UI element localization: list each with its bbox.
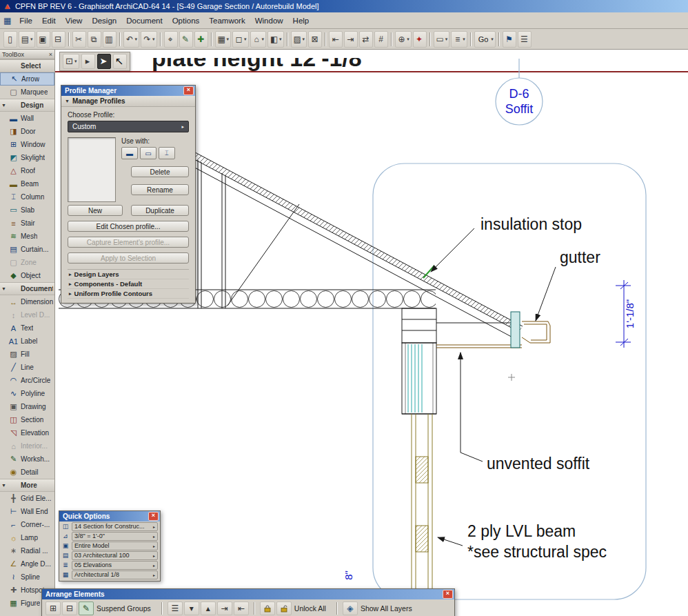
toolbox-item[interactable]: ☼ Lamp (0, 531, 54, 544)
toolbox-item[interactable]: ⌶ Column (0, 190, 54, 203)
suspend-groups-toggle[interactable]: ✎ (79, 602, 94, 615)
use-with-toggle[interactable]: ▬ (121, 147, 138, 159)
mini-toolbar-button[interactable]: ▸ (81, 54, 95, 69)
toolbox-item[interactable]: ◆ Object (0, 269, 54, 282)
toolbox-item[interactable]: ◩ Skylight (0, 151, 54, 164)
toolbar-button[interactable] (287, 32, 288, 46)
toolbox-item[interactable]: △ Roof (0, 164, 54, 177)
toolbar-button[interactable]: ↷▾ (141, 31, 157, 48)
order-tool-button[interactable]: ▾ (184, 602, 199, 615)
toolbar-button[interactable]: ⊠ (308, 31, 322, 48)
toolbar-button[interactable]: ▥ (103, 31, 117, 48)
order-tool-button[interactable]: ▴ (201, 602, 216, 615)
toolbar-button[interactable]: ✂ (72, 31, 86, 48)
menu-item[interactable]: Help (288, 14, 314, 27)
lock-button[interactable] (260, 602, 275, 615)
menu-item[interactable]: Design (87, 14, 121, 27)
mini-toolbar-button[interactable]: ➤ (97, 54, 111, 69)
toolbox-item[interactable]: ⌂ Interior... (0, 439, 54, 453)
toolbar-button[interactable] (211, 32, 212, 46)
capture-profile-button[interactable]: Capture Element's profile... (68, 237, 189, 248)
toolbar-button[interactable]: ✦ (413, 31, 427, 48)
toolbar-button[interactable] (391, 32, 392, 46)
group-tool-button[interactable]: ⊞ (45, 602, 61, 615)
toolbar-button[interactable] (429, 32, 431, 46)
toolbox-item[interactable]: ≋ Mesh (0, 230, 54, 243)
toolbox-item[interactable]: ≡ Stair (0, 217, 54, 230)
toolbar-button[interactable] (68, 32, 70, 46)
profile-select[interactable]: Custom ▸ (68, 121, 189, 132)
toolbox-item[interactable]: ▼ Design (0, 99, 54, 112)
toolbar-button[interactable]: ▣ (37, 31, 50, 48)
toolbox-item[interactable]: ▬ Wall (0, 112, 54, 125)
toolbar-button[interactable]: ⊕▾ (395, 31, 412, 48)
toolbox-item[interactable]: ▤ Curtain... (0, 243, 54, 256)
option-dropdown[interactable]: 14 Section for Construc... ▸ (72, 522, 158, 531)
toolbox-item[interactable]: ▼ Document (0, 282, 54, 295)
option-dropdown[interactable]: 05 Elevations ▸ (72, 561, 158, 570)
unlock-all-label[interactable]: Unlock All (294, 604, 326, 613)
option-dropdown[interactable]: 3/8" = 1'-0" ▸ (72, 532, 158, 541)
order-tool-button[interactable]: ☰ (168, 602, 183, 615)
toolbox-item[interactable]: ◫ Section (0, 413, 54, 426)
toolbar-button[interactable] (470, 32, 472, 46)
toolbox-item[interactable]: ◠ Arc/Circle (0, 374, 54, 387)
show-all-layers-button[interactable]: ◈ (343, 602, 358, 615)
use-with-toggle[interactable]: ⌶ (159, 147, 175, 159)
order-tool-button[interactable]: ⇤ (234, 602, 249, 615)
toolbox-item[interactable]: ▬ Beam (0, 177, 54, 190)
toolbox-item[interactable]: ⊢ Wall End (0, 505, 54, 518)
menu-item[interactable]: Teamwork (204, 14, 250, 27)
delete-button[interactable]: Delete (131, 166, 189, 177)
order-tool-button[interactable]: ⇥ (217, 602, 232, 615)
toolbox-item[interactable]: Select (0, 59, 54, 72)
toolbar-button[interactable]: ◻▾ (232, 31, 249, 48)
option-dropdown[interactable]: 03 Architectural 100 ▸ (72, 551, 158, 560)
toolbar-button[interactable]: ⇥ (344, 31, 358, 48)
group-tool-button[interactable]: ⊟ (62, 602, 77, 615)
toolbar-button[interactable]: ◧▾ (267, 31, 284, 48)
expander-row[interactable]: ▸ Design Layers (68, 270, 189, 279)
toolbox-item[interactable]: ╱ Line (0, 361, 54, 374)
show-all-layers-label[interactable]: Show All Layers (361, 604, 412, 613)
toolbox-item[interactable]: ∗ Radial ... (0, 544, 54, 557)
toolbar-button[interactable] (160, 32, 161, 46)
toolbox-item[interactable]: ◹ Elevation (0, 426, 54, 439)
mini-toolbar-button[interactable]: ⊡▾ (63, 54, 79, 69)
rename-button[interactable]: Rename (131, 184, 189, 195)
toolbar-button[interactable]: ⌂▾ (250, 31, 267, 48)
toolbar-button[interactable] (498, 32, 500, 46)
arrange-elements-titlebar[interactable]: Arrange Elements × (42, 589, 454, 599)
toolbox-item[interactable]: ▼ More (0, 479, 54, 492)
toolbar-button[interactable] (325, 32, 326, 46)
toolbar-button[interactable]: ⌖ (164, 31, 178, 48)
close-button[interactable]: × (443, 590, 453, 599)
manage-profiles-section[interactable]: ▼ Manage Profiles (61, 96, 195, 107)
toolbox-item[interactable]: ▨ Fill (0, 348, 54, 361)
toolbar-button[interactable]: # (374, 31, 388, 48)
toolbox-item[interactable]: ▣ Drawing (0, 400, 54, 413)
option-dropdown[interactable]: Architectural 1/8 ▸ (72, 570, 158, 579)
toolbox-item[interactable]: ▢ Marquee (0, 86, 54, 99)
toolbox-item[interactable]: ◉ Detail (0, 466, 54, 479)
menu-item[interactable]: File (14, 14, 37, 27)
mini-toolbar-button[interactable]: ↖ (113, 54, 127, 69)
expander-row[interactable]: ▸ Uniform Profile Contours (68, 289, 189, 299)
toolbar-button[interactable]: ⧉ (88, 31, 101, 48)
toolbar-button[interactable]: ▤▾ (19, 31, 35, 48)
menu-item[interactable]: View (61, 14, 88, 27)
unlock-all-button[interactable] (276, 602, 292, 615)
toolbox-item[interactable]: ⊞ Window (0, 138, 54, 151)
toolbar-button[interactable]: ⇤ (329, 31, 343, 48)
toolbox-item[interactable]: ◨ Door (0, 125, 54, 138)
profile-manager-titlebar[interactable]: Profile Manager × (61, 86, 195, 96)
toolbar-button[interactable]: ⚑ (503, 31, 516, 48)
toolbox-item[interactable]: ╋ Grid Ele... (0, 492, 54, 505)
apply-to-selection-button[interactable]: Apply to Selection (68, 252, 189, 264)
new-button[interactable]: New (68, 205, 123, 216)
edit-profile-button[interactable]: Edit Chosen profile... (68, 221, 189, 232)
toolbar-button[interactable]: ▦▾ (215, 31, 232, 48)
option-dropdown[interactable]: Entire Model ▸ (72, 542, 158, 550)
toolbox-item[interactable]: ↖ Arrow (0, 72, 54, 86)
toolbar-button[interactable]: ⇄ (359, 31, 373, 48)
